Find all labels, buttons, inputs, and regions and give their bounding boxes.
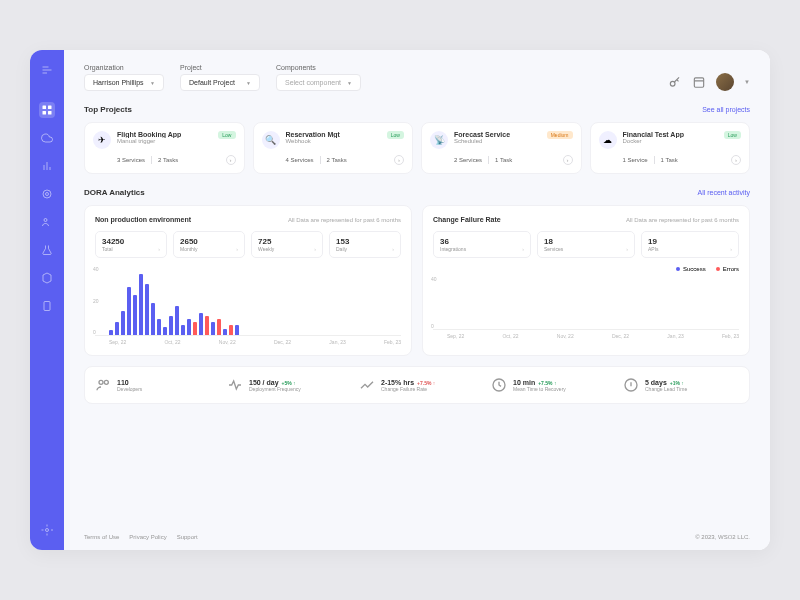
- sidebar: [30, 50, 64, 550]
- metric: 2-15% hrs+7.5% ↑Change Failure Rate: [359, 377, 475, 393]
- see-all-link[interactable]: See all projects: [702, 106, 750, 113]
- project-sub: Docker: [623, 138, 718, 144]
- nav-dashboard-icon[interactable]: [39, 102, 55, 118]
- recent-link[interactable]: All recent activity: [697, 189, 750, 196]
- more-icon[interactable]: ›: [731, 155, 741, 165]
- stat-card[interactable]: 153Daily: [329, 231, 401, 258]
- chart-bar: [109, 330, 113, 335]
- nav-box-icon[interactable]: [39, 270, 55, 286]
- stat-card[interactable]: 19APIs: [641, 231, 739, 258]
- privacy-link[interactable]: Privacy Policy: [129, 534, 166, 540]
- nav-target-icon[interactable]: [39, 186, 55, 202]
- chart-bar: [157, 319, 161, 335]
- stat-label: Monthly: [180, 246, 238, 252]
- top-projects-title: Top Projects: [84, 105, 132, 114]
- settings-icon[interactable]: [39, 522, 55, 538]
- metric-icon: [623, 377, 639, 393]
- chart-bar: [211, 322, 215, 335]
- more-icon[interactable]: ›: [394, 155, 404, 165]
- chart-bar: [133, 295, 137, 335]
- project-card[interactable]: ✈ Flight Booking AppManual trigger Low 3…: [84, 122, 245, 174]
- chart-bar: [121, 311, 125, 335]
- svg-point-10: [43, 190, 51, 198]
- nav-users-icon[interactable]: [39, 214, 55, 230]
- services-count: 2 Services: [454, 157, 482, 163]
- chart-bar: [127, 287, 131, 335]
- svg-rect-16: [694, 78, 703, 87]
- metric-change: +5% ↑: [282, 380, 296, 386]
- project-name: Financial Test App: [623, 131, 718, 138]
- project-dropdown[interactable]: Default Project▼: [180, 74, 260, 91]
- chart-failure: 400: [433, 276, 739, 330]
- metric-icon: [227, 377, 243, 393]
- metric-change: +7.5% ↑: [417, 380, 435, 386]
- project-card[interactable]: 📡 Forecast ServiceScheduled Medium 2 Ser…: [421, 122, 582, 174]
- org-dropdown[interactable]: Harrison Phillips▼: [84, 74, 164, 91]
- chart-bar: [199, 313, 203, 335]
- stat-card[interactable]: 18Services: [537, 231, 635, 258]
- chevron-down-icon: ▼: [246, 80, 251, 86]
- nav-chart-icon[interactable]: [39, 158, 55, 174]
- stat-card[interactable]: 725Weekly: [251, 231, 323, 258]
- services-count: 1 Service: [623, 157, 648, 163]
- svg-rect-3: [43, 106, 47, 110]
- metric: 5 days+1% ↑Change Lead Time: [623, 377, 739, 393]
- stat-value: 18: [544, 237, 628, 246]
- tasks-count: 2 Tasks: [158, 157, 178, 163]
- stat-label: Total: [102, 246, 160, 252]
- chevron-down-icon[interactable]: ▼: [744, 79, 750, 85]
- chart-nonprod: 40200: [95, 266, 401, 336]
- metrics-row: 110Developers150 / day+5% ↑Deployment Fr…: [84, 366, 750, 404]
- stat-label: Weekly: [258, 246, 316, 252]
- metric-icon: [95, 377, 111, 393]
- footer: Terms of Use Privacy Policy Support © 20…: [84, 534, 750, 540]
- metric-label: Change Lead Time: [645, 386, 687, 392]
- nav-flask-icon[interactable]: [39, 242, 55, 258]
- project-card[interactable]: ☁ Financial Test AppDocker Low 1 Service…: [590, 122, 751, 174]
- tasks-count: 2 Tasks: [327, 157, 347, 163]
- panel2-sub: All Data are represented for past 6 mont…: [626, 217, 739, 223]
- legend-errors: Errors: [716, 266, 739, 272]
- dora-title: DORA Analytics: [84, 188, 145, 197]
- status-badge: Low: [387, 131, 404, 139]
- svg-point-18: [99, 380, 103, 384]
- services-count: 4 Services: [286, 157, 314, 163]
- svg-rect-13: [44, 302, 50, 311]
- key-icon[interactable]: [668, 75, 682, 89]
- stat-card[interactable]: 34250Total: [95, 231, 167, 258]
- svg-point-15: [670, 81, 675, 86]
- support-link[interactable]: Support: [177, 534, 198, 540]
- status-badge: Low: [724, 131, 741, 139]
- stat-label: Daily: [336, 246, 394, 252]
- metric-value: 10 min+7.5% ↑: [513, 379, 566, 386]
- terms-link[interactable]: Terms of Use: [84, 534, 119, 540]
- chart-bar: [169, 316, 173, 335]
- stat-label: Services: [544, 246, 628, 252]
- nav-doc-icon[interactable]: [39, 298, 55, 314]
- chevron-down-icon: ▼: [150, 80, 155, 86]
- more-icon[interactable]: ›: [226, 155, 236, 165]
- comp-label: Components: [276, 64, 361, 71]
- calendar-icon[interactable]: [692, 75, 706, 89]
- metric-label: Deployment Frequency: [249, 386, 301, 392]
- avatar[interactable]: [716, 73, 734, 91]
- project-card[interactable]: 🔍 Reservation MgtWebhook Low 4 Services2…: [253, 122, 414, 174]
- stat-card[interactable]: 2650Monthly: [173, 231, 245, 258]
- stat-value: 36: [440, 237, 524, 246]
- stat-card[interactable]: 36Integrations: [433, 231, 531, 258]
- stat-value: 153: [336, 237, 394, 246]
- status-badge: Low: [218, 131, 235, 139]
- nav-cloud-icon[interactable]: [39, 130, 55, 146]
- metric-value: 110: [117, 379, 142, 386]
- metric-icon: [491, 377, 507, 393]
- menu-icon[interactable]: [39, 62, 55, 78]
- comp-dropdown[interactable]: Select component▼: [276, 74, 361, 91]
- metric-label: Developers: [117, 386, 142, 392]
- project-name: Reservation Mgt: [286, 131, 381, 138]
- more-icon[interactable]: ›: [563, 155, 573, 165]
- project-icon: 📡: [430, 131, 448, 149]
- chevron-down-icon: ▼: [347, 80, 352, 86]
- chart-bar: [175, 306, 179, 335]
- panel2-title: Change Failure Rate: [433, 216, 501, 223]
- org-label: Organization: [84, 64, 164, 71]
